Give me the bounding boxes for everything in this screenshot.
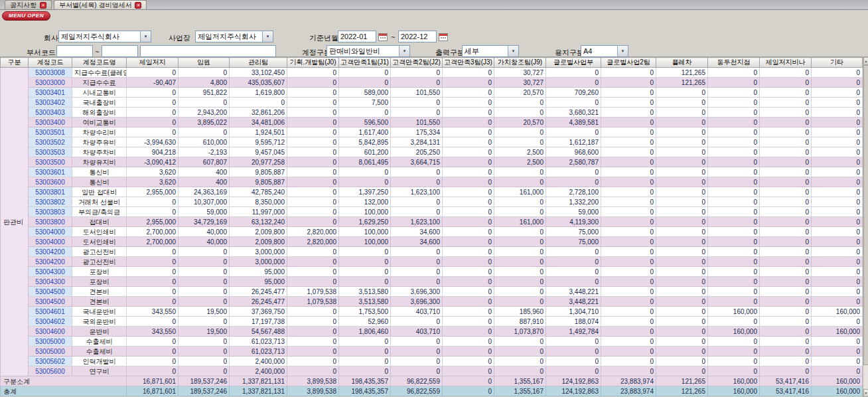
amount-cell[interactable]: 175,334 xyxy=(391,127,443,137)
amount-cell[interactable]: 59,000 xyxy=(179,207,230,217)
amount-cell[interactable]: 100,000 xyxy=(339,227,391,237)
amount-cell[interactable]: 0 xyxy=(812,167,863,177)
amount-cell[interactable]: 0 xyxy=(656,357,708,366)
amount-cell[interactable]: 101,550 xyxy=(391,118,443,127)
amount-cell[interactable]: 0 xyxy=(287,257,339,267)
amount-cell[interactable]: 0 xyxy=(127,108,179,118)
amount-cell[interactable]: 0 xyxy=(443,386,494,396)
amount-cell[interactable]: 0 xyxy=(760,247,812,257)
table-row[interactable]: 53003000지급수수료-90,4074,800435,035,6070000… xyxy=(1,78,863,88)
account-code-cell[interactable]: 53005000 xyxy=(29,347,72,357)
amount-cell[interactable]: 0 xyxy=(179,297,230,307)
amount-cell[interactable]: 0 xyxy=(179,267,230,277)
amount-cell[interactable]: 0 xyxy=(812,297,863,307)
amount-cell[interactable]: 0 xyxy=(287,127,339,137)
amount-cell[interactable]: 0 xyxy=(127,287,179,297)
amount-cell[interactable]: 0 xyxy=(812,357,863,366)
amount-cell[interactable]: 2,955,000 xyxy=(127,217,179,227)
account-code-cell[interactable]: 53003401 xyxy=(29,88,72,98)
amount-cell[interactable]: 0 xyxy=(601,247,656,257)
account-name-cell[interactable]: 견본비 xyxy=(72,287,127,297)
amount-cell[interactable]: 34,600 xyxy=(391,237,443,247)
amount-cell[interactable]: 0 xyxy=(287,177,339,187)
account-name-cell[interactable]: 국내출장비 xyxy=(72,98,127,108)
amount-cell[interactable]: 0 xyxy=(656,187,708,197)
table-row[interactable]: 53003801일반 접대비2,955,00024,363,16942,785,… xyxy=(1,187,863,197)
account-name-cell[interactable]: 수출제비 xyxy=(72,347,127,357)
amount-cell[interactable]: 0 xyxy=(287,327,339,337)
account-name-cell[interactable]: 차량유지비 xyxy=(72,157,127,167)
amount-cell[interactable]: 0 xyxy=(443,287,494,297)
amount-cell[interactable]: 0 xyxy=(494,287,546,297)
amount-cell[interactable]: 23,883,974 xyxy=(601,376,656,386)
amount-cell[interactable]: 0 xyxy=(708,287,760,297)
amount-cell[interactable]: 0 xyxy=(179,127,230,137)
amount-cell[interactable]: 0 xyxy=(443,167,494,177)
amount-cell[interactable]: 0 xyxy=(443,366,494,376)
amount-cell[interactable]: 0 xyxy=(287,88,339,98)
account-code-cell[interactable]: 53004601 xyxy=(29,307,72,317)
amount-cell[interactable]: 0 xyxy=(287,247,339,257)
amount-cell[interactable]: -90,407 xyxy=(127,78,179,88)
amount-cell[interactable]: 0 xyxy=(708,366,760,376)
table-row[interactable]: 53003803부의금/축의금059,00011,997,0000100,000… xyxy=(1,207,863,217)
table-row[interactable]: 53003402국내출장비00007,500000000000 xyxy=(1,98,863,108)
amount-cell[interactable]: 9,805,887 xyxy=(230,177,287,187)
amount-cell[interactable]: 34,600 xyxy=(391,227,443,237)
amount-cell[interactable]: 3,620 xyxy=(127,167,179,177)
table-row[interactable]: 53003501차량수리비001,924,50101,617,400175,33… xyxy=(1,127,863,137)
amount-cell[interactable]: 0 xyxy=(812,347,863,357)
amount-cell[interactable]: 2,400,000 xyxy=(230,357,287,366)
amount-cell[interactable]: 124,192,863 xyxy=(546,386,601,396)
amount-cell[interactable]: 400 xyxy=(179,167,230,177)
amount-cell[interactable]: 3,284,131 xyxy=(391,137,443,147)
amount-cell[interactable]: 0 xyxy=(391,366,443,376)
amount-cell[interactable]: 0 xyxy=(760,287,812,297)
amount-cell[interactable]: 0 xyxy=(708,197,760,207)
amount-cell[interactable]: 0 xyxy=(179,347,230,357)
amount-cell[interactable]: 904,218 xyxy=(127,147,179,157)
amount-cell[interactable]: 0 xyxy=(443,207,494,217)
amount-cell[interactable]: 160,000 xyxy=(708,327,760,337)
vertical-scrollbar[interactable]: ▲ ▼ xyxy=(863,57,868,397)
amount-cell[interactable]: 0 xyxy=(179,357,230,366)
amount-cell[interactable]: 2,009,800 xyxy=(230,237,287,247)
amount-cell[interactable]: 3,895,022 xyxy=(179,118,230,127)
amount-cell[interactable]: 0 xyxy=(443,327,494,337)
amount-cell[interactable]: 0 xyxy=(708,237,760,247)
amount-cell[interactable]: 0 xyxy=(546,78,601,88)
amount-cell[interactable]: 1,629,250 xyxy=(339,217,391,227)
amount-cell[interactable]: 0 xyxy=(760,207,812,217)
amount-cell[interactable]: 0 xyxy=(179,337,230,347)
amount-cell[interactable]: 1,753,500 xyxy=(339,307,391,317)
table-row[interactable]: 53004000도서인쇄비2,700,00040,0002,009,8002,8… xyxy=(1,237,863,247)
amount-cell[interactable]: 0 xyxy=(656,297,708,307)
account-name-cell[interactable]: 차량주유비 xyxy=(72,137,127,147)
amount-cell[interactable]: 96,822,559 xyxy=(391,376,443,386)
amount-cell[interactable]: 124,192,863 xyxy=(546,376,601,386)
amount-cell[interactable]: 0 xyxy=(656,177,708,187)
amount-cell[interactable]: 0 xyxy=(601,147,656,157)
account-name-cell[interactable]: 통신비 xyxy=(72,167,127,177)
amount-cell[interactable]: 0 xyxy=(812,177,863,187)
amount-cell[interactable]: 0 xyxy=(127,98,179,108)
amount-cell[interactable]: 0 xyxy=(339,277,391,287)
amount-cell[interactable]: 0 xyxy=(708,108,760,118)
amount-cell[interactable]: 0 xyxy=(546,167,601,177)
amount-cell[interactable]: 40,000 xyxy=(179,237,230,247)
amount-cell[interactable]: 205,250 xyxy=(391,147,443,157)
amount-cell[interactable]: 61,023,713 xyxy=(230,337,287,347)
amount-cell[interactable]: 0 xyxy=(656,317,708,327)
account-name-cell[interactable]: 포장비 xyxy=(72,267,127,277)
amount-cell[interactable]: 0 xyxy=(708,227,760,237)
scrollbar-thumb[interactable] xyxy=(863,65,868,365)
chevron-down-icon[interactable]: ▼ xyxy=(508,46,518,56)
amount-cell[interactable]: 0 xyxy=(546,347,601,357)
amount-cell[interactable]: 0 xyxy=(760,157,812,167)
amount-cell[interactable]: 0 xyxy=(708,247,760,257)
account-code-cell[interactable]: 53005602 xyxy=(29,357,72,366)
amount-cell[interactable]: 7,500 xyxy=(339,98,391,108)
amount-cell[interactable]: 0 xyxy=(656,147,708,157)
amount-cell[interactable]: 0 xyxy=(179,317,230,327)
amount-cell[interactable]: 0 xyxy=(656,287,708,297)
